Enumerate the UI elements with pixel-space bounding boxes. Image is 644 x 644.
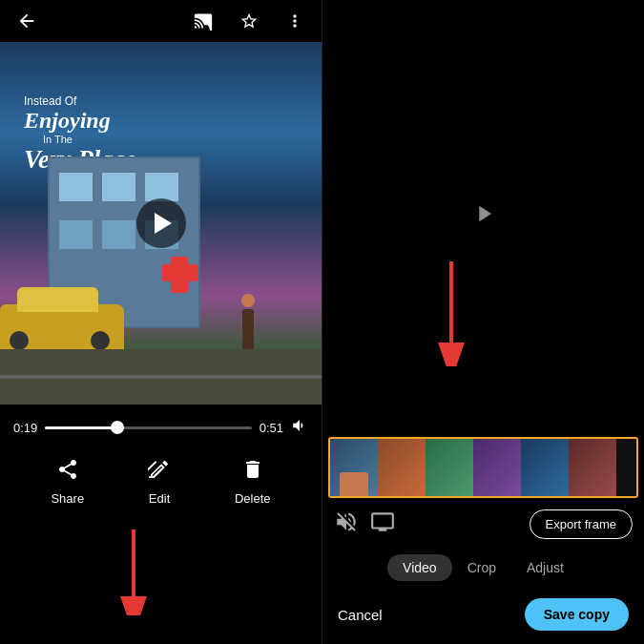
video-thumbnail: Instead Of Enjoying In The Very Place. xyxy=(0,42,322,405)
current-time: 0:19 xyxy=(13,421,37,435)
share-button[interactable]: Share xyxy=(51,458,84,506)
play-icon-small[interactable] xyxy=(470,200,497,233)
cancel-button[interactable]: Cancel xyxy=(338,607,383,623)
controls-left xyxy=(334,509,395,539)
cast-button[interactable] xyxy=(188,6,218,36)
top-bar-right xyxy=(188,6,310,36)
bottom-bar: Cancel Save copy xyxy=(322,589,644,644)
export-frame-button[interactable]: Export frame xyxy=(530,509,633,539)
tabs-row: Video Crop Adjust xyxy=(322,547,644,589)
filmstrip-container[interactable] xyxy=(322,433,644,502)
top-bar-left xyxy=(11,6,42,36)
overlay-line2: Enjoying xyxy=(24,108,142,134)
controls-row: Export frame xyxy=(322,502,644,547)
tab-crop[interactable]: Crop xyxy=(452,554,511,581)
more-button[interactable] xyxy=(280,6,310,36)
delete-icon xyxy=(241,458,264,487)
car xyxy=(0,304,124,352)
edit-label: Edit xyxy=(149,491,170,506)
save-copy-button[interactable]: Save copy xyxy=(525,598,629,631)
star-button[interactable] xyxy=(234,6,264,36)
back-button[interactable] xyxy=(11,6,42,36)
timeline: 0:19 0:51 xyxy=(0,405,322,447)
filmstrip-frame-3 xyxy=(426,439,473,496)
bottom-actions: Share Edit Delete xyxy=(0,447,322,523)
play-button[interactable] xyxy=(136,198,186,248)
screen-icon[interactable] xyxy=(370,509,395,539)
overlay-line3: In The xyxy=(43,134,142,145)
mute-icon[interactable] xyxy=(334,509,359,539)
window-5 xyxy=(102,220,135,249)
filmstrip-frame-6 xyxy=(569,439,616,496)
progress-fill xyxy=(45,426,117,429)
overlay-line1: Instead Of xyxy=(24,94,142,108)
top-bar xyxy=(0,0,322,42)
tab-video[interactable]: Video xyxy=(387,554,452,581)
volume-icon[interactable] xyxy=(291,417,308,438)
road xyxy=(0,349,322,405)
share-icon xyxy=(56,458,79,487)
window-2 xyxy=(102,173,135,201)
edit-icon xyxy=(148,458,171,487)
filmstrip-frames xyxy=(330,439,636,496)
delete-label: Delete xyxy=(235,491,271,506)
svg-rect-0 xyxy=(149,476,155,478)
tab-adjust[interactable]: Adjust xyxy=(511,554,579,581)
filmstrip-frame-1 xyxy=(330,439,378,496)
window-1 xyxy=(59,173,93,201)
red-arrow-right xyxy=(399,261,494,366)
person xyxy=(241,294,255,352)
window-4 xyxy=(59,220,93,249)
filmstrip-frame-4 xyxy=(473,439,521,496)
filmstrip[interactable] xyxy=(328,437,638,498)
left-panel: Instead Of Enjoying In The Very Place. xyxy=(0,0,322,644)
filmstrip-frame-5 xyxy=(521,439,569,496)
video-preview[interactable] xyxy=(322,0,644,433)
progress-thumb[interactable] xyxy=(111,421,124,434)
progress-bar[interactable] xyxy=(45,426,251,429)
window-3 xyxy=(145,173,178,201)
red-arrow-left xyxy=(86,530,181,615)
total-time: 0:51 xyxy=(260,421,283,435)
edit-button[interactable]: Edit xyxy=(148,458,171,506)
filmstrip-frame-2 xyxy=(378,439,426,496)
delete-button[interactable]: Delete xyxy=(235,458,271,506)
share-label: Share xyxy=(51,491,84,506)
right-panel: Export frame Video Crop Adjust Cancel Sa… xyxy=(322,0,644,644)
